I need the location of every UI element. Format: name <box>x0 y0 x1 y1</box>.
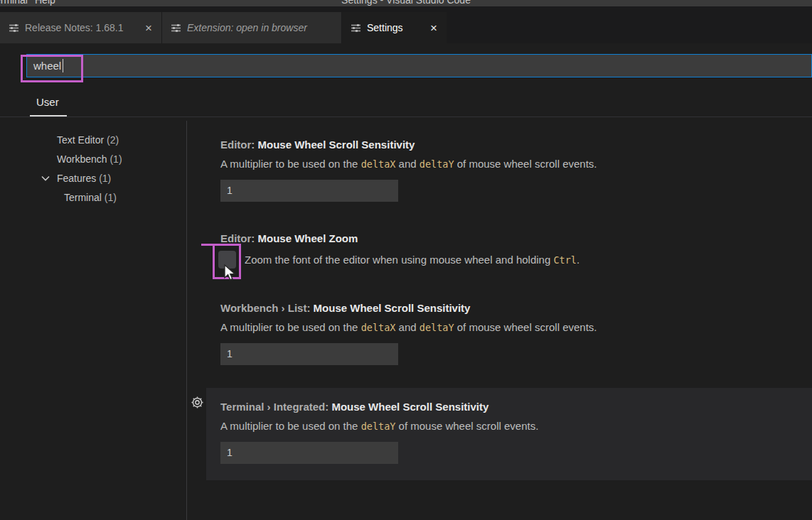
toc-item-label: Features <box>57 173 99 184</box>
tabs-container: Release Notes: 1.68.1×Extension: open in… <box>0 12 447 43</box>
toc-item-features[interactable]: Features (1) <box>57 173 111 184</box>
description-text: of mouse wheel scroll events. <box>454 321 597 333</box>
checkbox-line: Zoom the font of the editor when using m… <box>220 251 812 269</box>
setting-checkbox[interactable] <box>218 251 236 269</box>
setting-description: A multiplier to be used on the deltaX an… <box>220 321 812 334</box>
setting-title: Workbench › List: Mouse Wheel Scroll Sen… <box>220 302 812 315</box>
inline-code: deltaX <box>361 322 396 333</box>
toc-item-label: Text Editor <box>57 134 107 146</box>
setting-description: A multiplier to be used on the deltaX an… <box>220 158 812 170</box>
description-text: and <box>395 321 419 333</box>
setting-gear-icon[interactable] <box>191 396 205 410</box>
settings-tune-icon <box>171 23 181 33</box>
chevron-down-icon[interactable] <box>41 175 50 181</box>
setting-row-editor-mouse-wheel-zoom: Editor: Mouse Wheel ZoomZoom the font of… <box>206 232 812 269</box>
description-text: of mouse wheel scroll events. <box>454 158 597 170</box>
description-text: A multiplier to be used on the <box>220 321 361 333</box>
settings-search-input[interactable]: wheel <box>26 54 812 77</box>
toc-item-text-editor[interactable]: Text Editor (2) <box>57 134 119 146</box>
setting-value-input[interactable]: 1 <box>220 180 398 202</box>
close-icon[interactable]: × <box>422 22 437 34</box>
inline-code: deltaY <box>420 322 454 333</box>
toc-split-divider[interactable] <box>186 121 187 520</box>
title-bar: Terminal Help Settings - Visual Studio C… <box>0 0 812 6</box>
toc-item-label: Workbench <box>57 153 109 165</box>
description-text: and <box>395 158 419 170</box>
text-caret <box>63 59 63 72</box>
settings-tune-icon <box>351 23 360 33</box>
description-text: A multiplier to be used on the <box>220 420 361 432</box>
setting-category: Terminal › Integrated: <box>220 401 331 413</box>
vscode-window: Terminal Help Settings - Visual Studio C… <box>0 0 812 520</box>
toc-item-count: (2) <box>107 134 119 146</box>
tab-settings[interactable]: Settings× <box>342 12 447 43</box>
toc-item-workbench[interactable]: Workbench (1) <box>57 153 122 165</box>
setting-row-terminal-integrated-mouse-wheel-scroll-sensitivity: Terminal › Integrated: Mouse Wheel Scrol… <box>206 388 812 480</box>
tab-user-scope[interactable]: User <box>36 96 59 108</box>
toc-item-terminal[interactable]: Terminal (1) <box>64 192 117 203</box>
search-query-text: wheel <box>33 60 61 72</box>
setting-category: Editor: <box>220 139 258 151</box>
tab-extension-open-in-browser[interactable]: Extension: open in browser <box>162 12 342 43</box>
description-text: Zoom the font of the editor when using m… <box>245 254 553 266</box>
description-text: . <box>577 254 579 266</box>
setting-name: Mouse Wheel Scroll Sensitivity <box>258 139 415 151</box>
inline-code: Ctrl <box>553 254 577 266</box>
toc-item-count: (1) <box>105 192 117 203</box>
tab-label: Release Notes: 1.68.1 <box>25 22 124 33</box>
setting-name: Mouse Wheel Scroll Sensitivity <box>331 401 488 413</box>
toc-item-count: (1) <box>99 173 111 184</box>
tab-label: Settings <box>367 22 403 33</box>
setting-title: Editor: Mouse Wheel Zoom <box>220 232 812 245</box>
description-text: A multiplier to be used on the <box>220 158 361 170</box>
setting-category: Workbench › List: <box>220 302 314 314</box>
setting-category: Editor: <box>220 232 258 244</box>
close-icon[interactable]: × <box>137 22 152 34</box>
description-text: of mouse wheel scroll events. <box>395 420 538 432</box>
toc-item-count: (1) <box>109 153 122 165</box>
setting-name: Mouse Wheel Zoom <box>258 232 358 244</box>
setting-value-input[interactable]: 1 <box>220 442 398 464</box>
header-divider <box>0 117 812 117</box>
setting-name: Mouse Wheel Scroll Sensitivity <box>314 302 471 314</box>
settings-tune-icon <box>9 23 18 33</box>
setting-row-editor-mouse-wheel-scroll-sensitivity: Editor: Mouse Wheel Scroll SensitivityA … <box>206 139 812 202</box>
setting-description: A multiplier to be used on the deltaY of… <box>220 420 812 433</box>
setting-description: Zoom the font of the editor when using m… <box>245 251 579 269</box>
setting-value-input[interactable]: 1 <box>220 343 398 365</box>
setting-title: Editor: Mouse Wheel Scroll Sensitivity <box>220 139 812 151</box>
window-title: Settings - Visual Studio Code <box>0 0 812 6</box>
setting-title: Terminal › Integrated: Mouse Wheel Scrol… <box>220 401 812 413</box>
tab-label: Extension: open in browser <box>187 22 307 33</box>
toc-item-label: Terminal <box>64 192 105 203</box>
inline-code: deltaX <box>361 158 396 170</box>
inline-code: deltaY <box>420 158 454 170</box>
setting-row-workbench-list-mouse-wheel-scroll-sensitivity: Workbench › List: Mouse Wheel Scroll Sen… <box>206 302 812 365</box>
inline-code: deltaY <box>361 421 396 432</box>
tab-release-notes-1-68-1[interactable]: Release Notes: 1.68.1× <box>0 12 162 43</box>
tab-strip: Release Notes: 1.68.1×Extension: open in… <box>0 6 812 43</box>
